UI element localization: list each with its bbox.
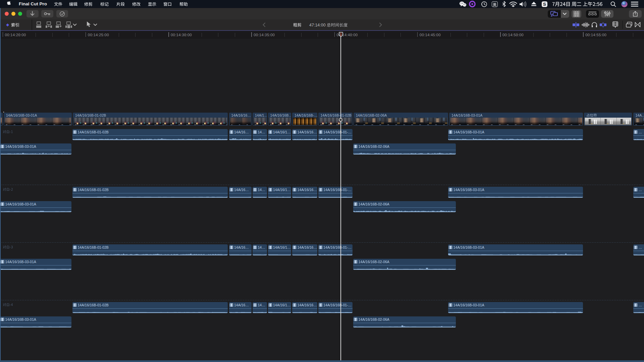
svg-text:S: S (543, 2, 546, 7)
